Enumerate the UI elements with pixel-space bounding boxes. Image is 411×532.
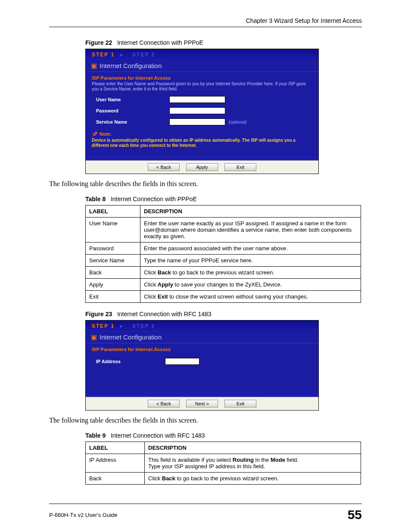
step-1-label: STEP 1 xyxy=(92,52,115,58)
figure-22-title: Internet Connection with PPPoE xyxy=(117,39,203,46)
wizard-title: ▣Internet Configuration xyxy=(86,60,318,72)
table-row: Back Click Back to go back to the previo… xyxy=(86,473,361,485)
cell-label: Apply xyxy=(86,279,140,291)
figure-23-title: Internet Connection with RFC 1483 xyxy=(117,311,212,317)
table-row: Password Enter the password associated w… xyxy=(86,243,361,255)
note-text: Device is automatically configured to ob… xyxy=(92,138,312,148)
table8-intro: The following table describes the fields… xyxy=(49,180,362,188)
optional-hint: (optional) xyxy=(229,120,247,124)
username-input[interactable] xyxy=(169,96,225,103)
cell-label: Service Name xyxy=(86,255,140,267)
table-9-caption: Table 9 Internet Connection with RFC 148… xyxy=(85,432,362,439)
table-8-label: Table 8 xyxy=(85,196,106,202)
table-9-title: Internet Connection with RFC 1483 xyxy=(111,432,205,439)
figure-23-label: Figure 23 xyxy=(85,311,112,317)
table-row: Apply Click Apply to save your changes t… xyxy=(86,279,361,291)
isp-params-description: Please enter the User Name and Password … xyxy=(92,81,312,92)
wizard-title-text: Internet Configuration xyxy=(100,62,162,69)
cell-label: Back xyxy=(86,473,145,485)
table-8-caption: Table 8 Internet Connection with PPPoE xyxy=(85,196,362,202)
figure-23-caption: Figure 23 Internet Connection with RFC 1… xyxy=(85,311,362,317)
folder-icon: ▣ xyxy=(91,333,97,341)
guide-name: P-660H-Tx v2 User's Guide xyxy=(49,512,118,518)
exit-button[interactable]: Exit xyxy=(224,400,256,408)
table-row: User Name Enter the user name exactly as… xyxy=(86,218,361,243)
cell-label: User Name xyxy=(86,218,140,243)
isp-params-heading: ISP Parameters for Internet Access xyxy=(92,347,312,352)
apply-button[interactable]: Apply xyxy=(186,163,218,171)
pppoe-wizard-panel: STEP 1 ▸ STEP 2 ▣Internet Configuration … xyxy=(85,49,319,174)
table-row: Service Name Type the name of your PPPoE… xyxy=(86,255,361,267)
wizard-steps: STEP 1 ▸ STEP 2 xyxy=(86,49,318,60)
step-1-label: STEP 1 xyxy=(92,323,115,329)
back-button[interactable]: < Back xyxy=(148,400,180,408)
table-header-row: LABEL DESCRIPTION xyxy=(86,205,361,218)
wizard-title-text: Internet Configuration xyxy=(100,333,162,341)
note-label: Note: xyxy=(100,131,112,137)
cell-desc: Click Back to go back to the previous wi… xyxy=(140,267,361,279)
wizard-button-bar: < Back Next > Exit xyxy=(86,397,318,410)
table-9-label: Table 9 xyxy=(85,432,106,439)
cell-desc: Enter the password associated with the u… xyxy=(140,243,361,255)
table-row: Exit Click Exit to close the wizard scre… xyxy=(86,291,361,303)
table-row: IP Address This field is available if yo… xyxy=(86,454,361,473)
folder-icon: ▣ xyxy=(91,62,97,69)
rfc1483-wizard-panel: STEP 1 ▸ STEP 2 ▣Internet Configuration … xyxy=(85,320,319,411)
table-9: LABEL DESCRIPTION IP Address This field … xyxy=(85,442,361,485)
isp-params-heading: ISP Parameters for Internet Access xyxy=(92,75,312,81)
cell-label: Exit xyxy=(86,291,140,303)
cell-desc: Click Apply to save your changes to the … xyxy=(140,279,361,291)
table-header-row: LABEL DESCRIPTION xyxy=(86,442,361,454)
cell-label: Password xyxy=(86,243,140,255)
cell-desc: Enter the user name exactly as your ISP … xyxy=(140,218,361,243)
cell-desc: This field is available if you select Ro… xyxy=(145,454,361,473)
table-8-title: Internet Connection with PPPoE xyxy=(111,196,197,202)
separator-stripe xyxy=(86,392,318,397)
next-button[interactable]: Next > xyxy=(186,400,218,408)
wizard-button-bar: < Back Apply Exit xyxy=(86,160,318,174)
pin-icon: 📌 xyxy=(92,131,98,137)
ip-address-label: IP Address xyxy=(96,359,165,364)
back-button[interactable]: < Back xyxy=(148,163,180,171)
separator-stripe xyxy=(86,155,318,160)
password-input[interactable] xyxy=(169,107,225,114)
cell-desc: Click Back to go back to the previous wi… xyxy=(145,473,361,485)
cell-label: IP Address xyxy=(86,454,145,473)
service-name-input[interactable] xyxy=(169,118,225,125)
cell-desc: Click Exit to close the wizard screen wi… xyxy=(140,291,361,303)
page-footer: P-660H-Tx v2 User's Guide 55 xyxy=(49,504,362,522)
password-label: Password xyxy=(96,108,169,113)
table-8: LABEL DESCRIPTION User Name Enter the us… xyxy=(85,205,361,303)
figure-22-label: Figure 22 xyxy=(85,39,112,46)
wizard-title: ▣Internet Configuration xyxy=(86,332,318,343)
th-description: DESCRIPTION xyxy=(145,442,361,454)
table-row: Back Click Back to go back to the previo… xyxy=(86,267,361,279)
table9-intro: The following table describes the fields… xyxy=(49,417,362,424)
th-label: LABEL xyxy=(86,442,145,454)
wizard-steps: STEP 1 ▸ STEP 2 xyxy=(86,320,318,332)
page-number: 55 xyxy=(348,507,362,522)
cell-label: Back xyxy=(86,267,140,279)
step-arrow-icon: ▸ xyxy=(120,52,124,58)
figure-22-caption: Figure 22 Internet Connection with PPPoE xyxy=(85,39,362,46)
ip-address-input[interactable] xyxy=(165,358,199,365)
step-2-label: STEP 2 xyxy=(132,323,155,329)
username-label: User Name xyxy=(96,97,169,102)
exit-button[interactable]: Exit xyxy=(224,163,256,171)
chapter-header: Chapter 3 Wizard Setup for Internet Acce… xyxy=(49,17,362,27)
th-label: LABEL xyxy=(86,205,140,218)
note-heading: 📌Note: xyxy=(92,131,312,137)
th-description: DESCRIPTION xyxy=(140,205,361,218)
cell-desc: Type the name of your PPPoE service here… xyxy=(140,255,361,267)
step-2-label: STEP 2 xyxy=(132,52,155,58)
step-arrow-icon: ▸ xyxy=(120,323,124,329)
service-name-label: Service Name xyxy=(96,119,169,124)
